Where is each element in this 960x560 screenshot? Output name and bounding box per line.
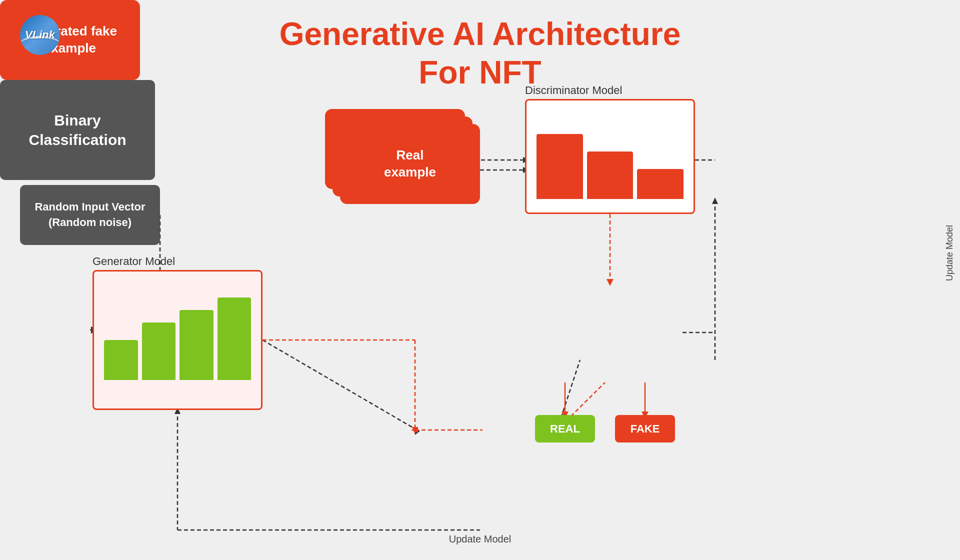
disc-bar-1 (536, 134, 583, 199)
binary-classification-box: Binary Classification (0, 80, 155, 180)
svg-marker-25 (411, 427, 418, 433)
update-model-bottom: Update Model (0, 534, 960, 545)
svg-marker-10 (606, 279, 614, 286)
discriminator-model-box (525, 99, 695, 214)
disc-bar-3 (637, 169, 684, 199)
binary-label: Binary Classification (28, 110, 126, 150)
title-line2-prefix: For (418, 54, 479, 90)
svg-line-4 (262, 340, 417, 430)
update-model-right: Update Model (944, 225, 955, 281)
result-fake-label: FAKE (630, 422, 660, 436)
svg-marker-21 (712, 198, 718, 204)
svg-marker-5 (414, 427, 420, 435)
generator-bar-chart (94, 295, 261, 385)
logo-text: VLink (25, 28, 55, 42)
random-input-label: Random Input Vector (Random noise) (34, 200, 145, 230)
gen-bar-4 (218, 298, 252, 380)
result-real-label: REAL (550, 422, 580, 436)
gen-bar-1 (104, 340, 138, 380)
real-example-label: Real example (384, 147, 436, 181)
gen-bar-3 (180, 310, 214, 380)
generator-model-box (92, 270, 262, 410)
svg-marker-28 (412, 427, 418, 434)
result-fake-box: FAKE (615, 415, 675, 442)
discriminator-bar-chart (526, 109, 694, 204)
main-canvas: VLink Generative AI Architecture For NFT… (0, 0, 960, 560)
discriminator-model-label: Discriminator Model (525, 84, 622, 97)
disc-bar-2 (587, 152, 634, 199)
gen-bar-2 (142, 322, 176, 380)
generator-model-label: Generator Model (92, 255, 175, 268)
random-input-box: Random Input Vector (Random noise) (20, 185, 160, 245)
result-real-box: REAL (535, 415, 595, 442)
main-title: Generative AI Architecture For NFT (0, 15, 960, 92)
title-line1: Generative AI Architecture (280, 16, 681, 52)
real-card-front: Real example (340, 124, 480, 204)
